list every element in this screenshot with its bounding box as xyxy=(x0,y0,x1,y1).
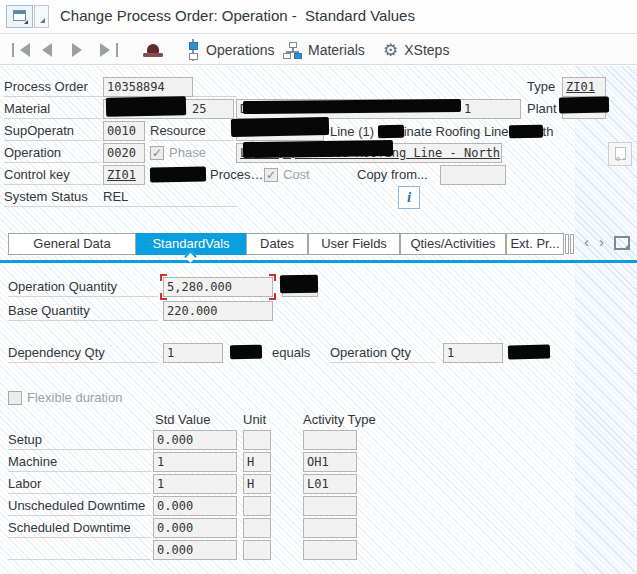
row-unsched-downtime-activity[interactable] xyxy=(303,496,357,516)
window-menu-icon[interactable] xyxy=(6,5,33,28)
material-label: Material xyxy=(4,99,101,119)
cost-checkbox[interactable]: ✓ xyxy=(264,168,278,182)
window-menu-expand-icon[interactable] xyxy=(34,5,49,28)
gear-icon: ⚙ xyxy=(383,42,398,59)
row-blank-label xyxy=(8,540,151,560)
material-description-field[interactable]: D HERITAGE PHO 1 xyxy=(236,99,521,119)
type-label: Type xyxy=(527,77,561,97)
base-quantity-label: Base Quantity xyxy=(8,301,158,321)
redaction-resource xyxy=(231,117,329,137)
dependency-qty-field[interactable]: 1 xyxy=(163,343,223,363)
row-labor-label: Labor xyxy=(8,474,151,494)
triangle-left-icon xyxy=(20,43,30,57)
focus-corner xyxy=(160,274,167,281)
last-page-button[interactable] xyxy=(100,35,118,65)
material-description-suffix: 1 xyxy=(464,100,471,118)
control-key-field[interactable]: ZI01 xyxy=(103,165,145,185)
previous-button[interactable] xyxy=(42,35,52,65)
hat-icon xyxy=(143,43,163,57)
long-text-icon[interactable] xyxy=(608,142,632,166)
operation-label: Operation xyxy=(4,143,101,163)
redaction-resource-text-2 xyxy=(508,124,542,138)
operation-quantity-field[interactable]: 5,280.000 xyxy=(163,277,273,297)
redaction-phase-text xyxy=(243,140,393,158)
redaction-resource-text-1 xyxy=(378,124,404,137)
row-setup-unit[interactable] xyxy=(243,430,271,450)
std-value-header: Std Value xyxy=(155,410,210,430)
operations-button[interactable]: Operations xyxy=(186,35,274,65)
row-unsched-downtime-std-value[interactable]: 0.000 xyxy=(153,496,237,516)
operation-quantity-label: Operation Quantity xyxy=(8,277,158,297)
row-labor-unit[interactable]: H xyxy=(243,474,271,494)
tab-scroll-left-icon[interactable]: ‹ xyxy=(584,233,589,250)
row-machine-activity[interactable]: OH1 xyxy=(303,452,357,472)
triangle-icon xyxy=(40,18,45,23)
material-number-field[interactable]: 25 xyxy=(103,99,234,119)
phase-description-field[interactable]: Line (1) Linate Roofing Line - North xyxy=(236,143,502,163)
tab-accent-line xyxy=(0,260,637,263)
flexible-duration-label: Flexible duration xyxy=(27,388,157,408)
redaction-op-qty-unit xyxy=(280,275,318,294)
supoperatn-label: SupOperatn xyxy=(4,121,101,141)
plant-label: Plant xyxy=(527,99,561,119)
tab-dates[interactable]: Dates xyxy=(246,233,308,255)
redaction-material-number xyxy=(106,96,186,117)
next-button[interactable] xyxy=(72,35,82,65)
operation-field[interactable]: 0020 xyxy=(103,143,145,163)
row-blank-activity[interactable] xyxy=(303,540,357,560)
row-sched-downtime-activity[interactable] xyxy=(303,518,357,538)
detach-tab-icon[interactable] xyxy=(614,236,630,250)
row-blank-unit[interactable] xyxy=(243,540,271,560)
base-quantity-field[interactable]: 220.000 xyxy=(163,301,273,321)
operation-quantity-focus: 5,280.000 xyxy=(163,277,273,297)
operations-label: Operations xyxy=(206,42,274,58)
bar-glyph xyxy=(116,43,118,57)
operation-qty-label: Operation Qty xyxy=(330,343,436,363)
row-sched-downtime-std-value[interactable]: 0.000 xyxy=(153,518,237,538)
tab-scroll-right-icon[interactable]: › xyxy=(599,233,604,250)
plant-field[interactable] xyxy=(562,99,606,119)
phase-checkbox[interactable]: ✓ xyxy=(150,146,164,160)
tab-user-fields[interactable]: User Fields xyxy=(308,233,400,255)
redaction-dependency-unit xyxy=(230,345,262,360)
supoperatn-field[interactable]: 0010 xyxy=(103,121,145,141)
process-order-field[interactable]: 10358894 xyxy=(103,77,193,97)
dependency-qty-label: Dependency Qty xyxy=(8,343,158,363)
unit-header: Unit xyxy=(243,410,266,430)
application-toolbar: Operations Materials ⚙ XSteps xyxy=(0,35,637,65)
row-machine-unit[interactable]: H xyxy=(243,452,271,472)
sap-window: Change Process Order: Operation - Standa… xyxy=(0,0,637,574)
xsteps-label: XSteps xyxy=(404,42,449,58)
materials-button[interactable]: Materials xyxy=(283,35,365,65)
tab-qties-activities[interactable]: Qties/Activities xyxy=(400,233,506,255)
row-labor-std-value[interactable]: 1 xyxy=(153,474,237,494)
tab-general-data[interactable]: General Data xyxy=(8,233,136,255)
tab-ext-pr[interactable]: Ext. Pr... xyxy=(506,233,564,255)
focus-corner xyxy=(269,274,276,281)
resource-field[interactable] xyxy=(236,121,324,141)
row-setup-activity[interactable] xyxy=(303,430,357,450)
arrow-glyph xyxy=(623,243,630,250)
row-labor-activity[interactable]: L01 xyxy=(303,474,357,494)
copy-from-label: Copy from... xyxy=(357,165,428,185)
redaction-operation-qty-unit xyxy=(508,345,550,360)
row-machine-std-value[interactable]: 1 xyxy=(153,452,237,472)
operation-quantity-unit-field[interactable] xyxy=(282,277,318,297)
xsteps-button[interactable]: ⚙ XSteps xyxy=(383,35,449,65)
row-setup-std-value[interactable]: 0.000 xyxy=(153,430,237,450)
row-sched-downtime-unit[interactable] xyxy=(243,518,271,538)
row-unsched-downtime-unit[interactable] xyxy=(243,496,271,516)
release-hat-button[interactable] xyxy=(143,35,163,65)
type-field[interactable]: ZI01 xyxy=(562,77,606,97)
copy-from-field[interactable] xyxy=(440,165,506,185)
system-status-value: REL xyxy=(103,187,128,207)
title-bar: Change Process Order: Operation - Standa… xyxy=(0,0,637,34)
row-blank-std-value[interactable]: 0.000 xyxy=(153,540,237,560)
equals-label: equals xyxy=(272,343,310,363)
info-button[interactable]: i xyxy=(398,186,420,209)
material-number-suffix: 25 xyxy=(192,100,206,118)
row-sched-downtime-label: Scheduled Downtime xyxy=(8,518,151,538)
flexible-duration-checkbox[interactable] xyxy=(8,391,22,405)
operation-qty-field[interactable]: 1 xyxy=(443,343,503,363)
first-page-button[interactable] xyxy=(12,35,30,65)
